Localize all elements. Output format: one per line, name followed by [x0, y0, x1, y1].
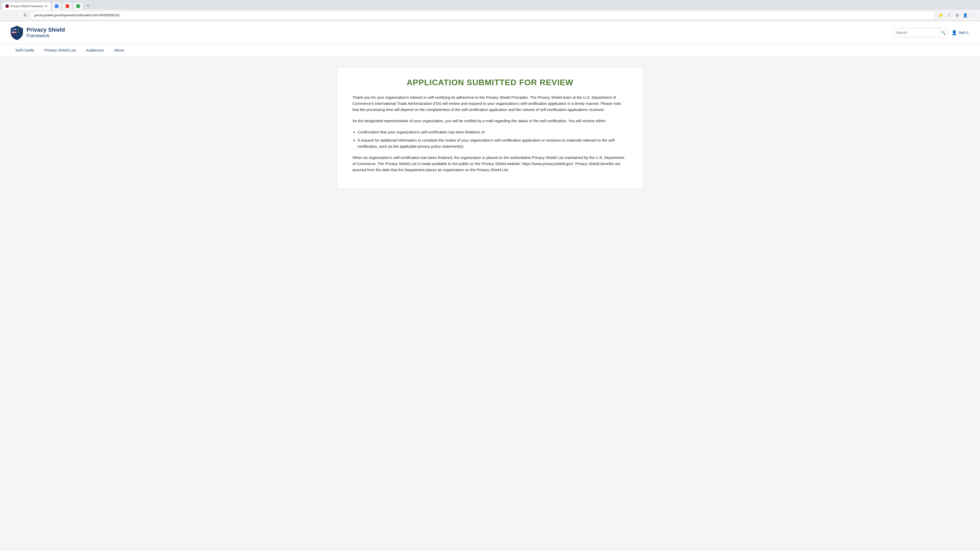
back-button[interactable]: ←: [3, 12, 10, 19]
nav-link-self-certify[interactable]: Self-Certify: [10, 44, 39, 57]
reload-button[interactable]: ↻: [21, 12, 29, 19]
site-nav: Self-Certify Privacy Shield List Audienc…: [0, 44, 980, 57]
tab-favicon: [5, 4, 9, 8]
nav-item-about[interactable]: About: [109, 44, 129, 57]
svg-point-8: [12, 31, 13, 32]
content-card: APPLICATION SUBMITTED FOR REVIEW Thank y…: [337, 67, 643, 189]
user-menu[interactable]: 👤 Seth L.: [951, 30, 970, 35]
active-tab[interactable]: Privacy Shield Framework ✕: [2, 2, 51, 10]
header-right: 🔍 👤 Seth L.: [893, 28, 970, 37]
tab-4[interactable]: [73, 2, 83, 10]
browser-toolbar: ← → ↻ ⭐ ☆ ⚙ 👤 ⋮: [0, 10, 980, 21]
page-heading: APPLICATION SUBMITTED FOR REVIEW: [352, 78, 628, 87]
user-name: Seth L.: [959, 30, 970, 35]
tab-2[interactable]: [52, 2, 62, 10]
tab-3[interactable]: [62, 2, 73, 10]
search-input[interactable]: [893, 28, 939, 37]
site-logo[interactable]: Privacy Shield Framework: [10, 25, 65, 40]
toolbar-icons: ⭐ ☆ ⚙ 👤 ⋮: [937, 12, 977, 19]
tab-close-button[interactable]: ✕: [43, 4, 48, 8]
forward-button[interactable]: →: [12, 12, 19, 19]
address-bar[interactable]: [30, 11, 935, 19]
menu-button[interactable]: ⋮: [970, 12, 977, 19]
nav-link-audiences[interactable]: Audiences: [81, 44, 109, 57]
main-content: APPLICATION SUBMITTED FOR REVIEW Thank y…: [0, 57, 980, 551]
tab3-favicon: [65, 4, 69, 8]
paragraph-3: When an organization's self-certificatio…: [352, 155, 628, 173]
logo-framework: Framework: [27, 33, 65, 38]
bookmark-button[interactable]: ☆: [945, 12, 953, 19]
tab-title: Privacy Shield Framework: [11, 5, 43, 8]
svg-point-7: [13, 30, 13, 30]
shield-icon: [10, 25, 24, 40]
nav-item-audiences[interactable]: Audiences: [81, 44, 109, 57]
svg-point-9: [13, 31, 14, 32]
paragraph-2: As the designated representative of your…: [352, 118, 628, 124]
svg-rect-2: [12, 32, 16, 33]
logo-text: Privacy Shield Framework: [27, 27, 65, 38]
list-item-2: A request for additional information to …: [358, 137, 628, 149]
svg-point-5: [12, 29, 13, 30]
svg-point-6: [13, 29, 14, 30]
tab4-favicon: [76, 4, 80, 8]
page-wrapper: Privacy Shield Framework 🔍 👤 Seth L. Sel…: [0, 21, 980, 551]
nav-link-about[interactable]: About: [109, 44, 129, 57]
profile-button[interactable]: 👤: [962, 12, 969, 19]
search-button[interactable]: 🔍: [939, 28, 948, 37]
site-header: Privacy Shield Framework 🔍 👤 Seth L.: [0, 21, 980, 44]
browser-tabs: Privacy Shield Framework ✕ +: [0, 0, 980, 10]
list-item-1: Confirmation that your organization's se…: [358, 129, 628, 135]
browser-chrome: Privacy Shield Framework ✕ + ← → ↻ ⭐ ☆ ⚙…: [0, 0, 980, 21]
new-tab-button[interactable]: +: [84, 2, 92, 10]
svg-rect-3: [12, 33, 16, 34]
nav-item-privacy-shield-list[interactable]: Privacy Shield List: [39, 44, 81, 57]
user-icon: 👤: [951, 30, 957, 35]
content-list: Confirmation that your organization's se…: [358, 129, 628, 149]
share-button[interactable]: ⭐: [937, 12, 944, 19]
search-box: 🔍: [893, 28, 948, 37]
tab2-favicon: [55, 4, 59, 8]
paragraph-1: Thank you for your organization's intere…: [352, 94, 628, 113]
nav-link-privacy-shield-list[interactable]: Privacy Shield List: [39, 44, 81, 57]
extensions-button[interactable]: ⚙: [953, 12, 961, 19]
logo-privacy-shield: Privacy Shield: [27, 27, 65, 33]
search-icon: 🔍: [941, 30, 946, 35]
nav-item-self-certify[interactable]: Self-Certify: [10, 44, 39, 57]
